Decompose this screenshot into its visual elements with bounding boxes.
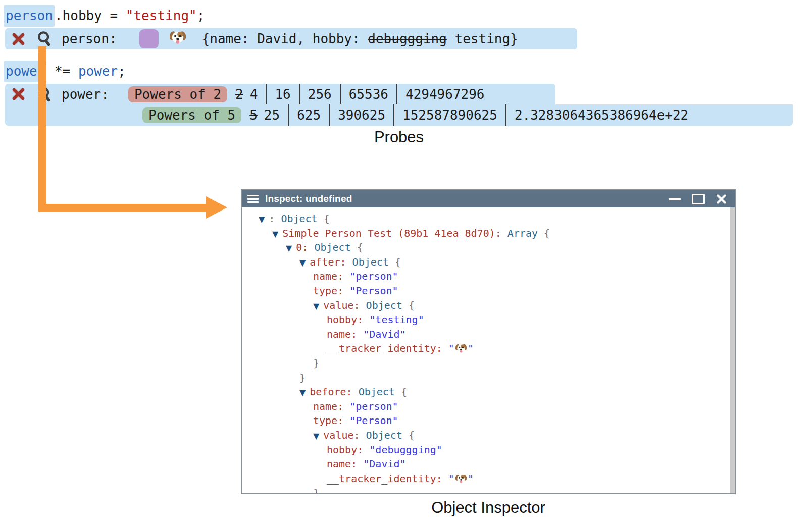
disclosure-triangle-icon[interactable]: ▼ (313, 431, 319, 441)
power-value: 4 (250, 87, 258, 102)
arrow-horizontal-segment (38, 204, 207, 212)
string-value: " (448, 342, 454, 354)
probes-caption: Probes (0, 128, 798, 146)
inspector-row: hobby: "debuggging" (242, 443, 735, 457)
power-values-row: 5256253906251525878906252.32830643653869… (249, 104, 688, 126)
dog-icon (170, 29, 186, 48)
arrow-vertical-segment (38, 46, 46, 207)
minimize-icon[interactable] (669, 198, 681, 200)
punctuation: { (351, 241, 363, 253)
property-key: type: (313, 414, 343, 427)
inspector-row: hobby: "testing" (242, 312, 735, 327)
value-separator (288, 104, 289, 126)
string-value: "person" (349, 270, 398, 282)
code-token[interactable]: *= (46, 64, 78, 79)
power-value: 16 (275, 87, 290, 102)
inspector-row: ▼value: Object { (242, 428, 735, 443)
type-name: Object (366, 299, 402, 311)
arrow-head-icon (206, 196, 227, 219)
property-key: type: (313, 285, 343, 297)
power-values-row: 2416256655364294967296 (235, 84, 484, 104)
string-value: "David" (363, 328, 405, 340)
maximize-icon[interactable] (692, 194, 705, 204)
window-titlebar[interactable]: Inspect: undefined (242, 190, 735, 207)
series-chip-powers-of-5[interactable]: Powers of 5 (142, 107, 241, 123)
value-separator (505, 104, 506, 126)
power-value: 152587890625 (402, 108, 497, 123)
punctuation: { (395, 386, 407, 398)
power-value: 2.3283064365386964e+22 (515, 108, 688, 123)
punctuation: { (538, 227, 550, 239)
disclosure-triangle-icon[interactable]: ▼ (299, 258, 306, 268)
disclosure-triangle-icon[interactable]: ▼ (286, 243, 292, 253)
dog-icon (455, 475, 467, 487)
remove-probe-icon[interactable] (12, 32, 25, 46)
probe-variable-label: person: (62, 31, 117, 46)
punctuation (360, 299, 366, 311)
string-value: "testing" (369, 313, 424, 326)
punctuation (360, 429, 366, 441)
string-value: "person" (349, 400, 398, 412)
punctuation: } (313, 357, 319, 369)
code-token[interactable]: .hobby = (55, 8, 126, 23)
disclosure-triangle-icon[interactable]: ▼ (272, 229, 278, 239)
punctuation (346, 256, 352, 268)
property-key: 0: (296, 241, 308, 253)
punctuation (357, 328, 363, 340)
value-separator (299, 84, 300, 104)
code-line-person-hobby[interactable]: person.hobby = "testing"; (4, 5, 205, 26)
code-token[interactable]: ; (197, 8, 205, 23)
punctuation (343, 414, 349, 427)
code-token[interactable]: power (78, 64, 118, 79)
string-value: " (448, 473, 454, 485)
value-separator (393, 104, 394, 126)
string-value: " (468, 342, 474, 354)
struck-old-value: 5 (249, 108, 258, 123)
code-token[interactable]: person (4, 5, 55, 27)
punctuation: { (318, 213, 330, 225)
punctuation (363, 444, 369, 456)
inspect-magnifier-icon[interactable] (36, 31, 53, 47)
power-value: 625 (297, 108, 321, 123)
power-value: 256 (308, 87, 332, 102)
punctuation (343, 285, 349, 297)
inspector-row: } (242, 356, 735, 371)
string-value: " (468, 473, 474, 485)
property-key: value: (323, 299, 360, 311)
code-token[interactable]: ; (118, 64, 126, 79)
power-value: 65536 (349, 87, 388, 102)
code-token[interactable]: "testing" (126, 8, 197, 23)
string-value: "Person" (349, 414, 398, 427)
property-key: before: (310, 386, 352, 398)
property-key: value: (323, 429, 360, 441)
value-separator (340, 84, 341, 104)
punctuation (357, 458, 363, 470)
power-value: 25 (264, 108, 280, 123)
inspector-row: name: "person" (242, 269, 735, 284)
type-name: Object (281, 213, 317, 225)
series-chip-powers-of-2[interactable]: Powers of 2 (128, 86, 227, 102)
menu-icon[interactable] (247, 195, 259, 203)
value-separator (329, 104, 330, 126)
color-swatch[interactable] (139, 29, 159, 48)
punctuation: } (299, 372, 306, 384)
type-name: Object (366, 429, 402, 441)
dog-icon (455, 344, 467, 356)
inspector-row: } (242, 486, 735, 493)
object-inspector-window: Inspect: undefined ▼: Object {▼Simple Pe… (241, 189, 736, 494)
disclosure-triangle-icon[interactable]: ▼ (259, 215, 265, 224)
inspector-row: } (242, 371, 735, 385)
scrollbar[interactable] (730, 207, 735, 493)
punctuation (442, 473, 448, 485)
type-name: Object (359, 386, 395, 398)
disclosure-triangle-icon[interactable]: ▼ (313, 301, 319, 311)
punctuation (352, 386, 359, 398)
disclosure-triangle-icon[interactable]: ▼ (299, 388, 306, 397)
punctuation (343, 400, 349, 412)
remove-probe-icon[interactable] (12, 87, 25, 101)
punctuation (501, 227, 508, 239)
close-icon[interactable] (716, 194, 727, 204)
dog-icon (170, 29, 186, 48)
window-title: Inspect: undefined (265, 193, 352, 204)
code-line-power[interactable]: power *= power; (4, 61, 126, 82)
